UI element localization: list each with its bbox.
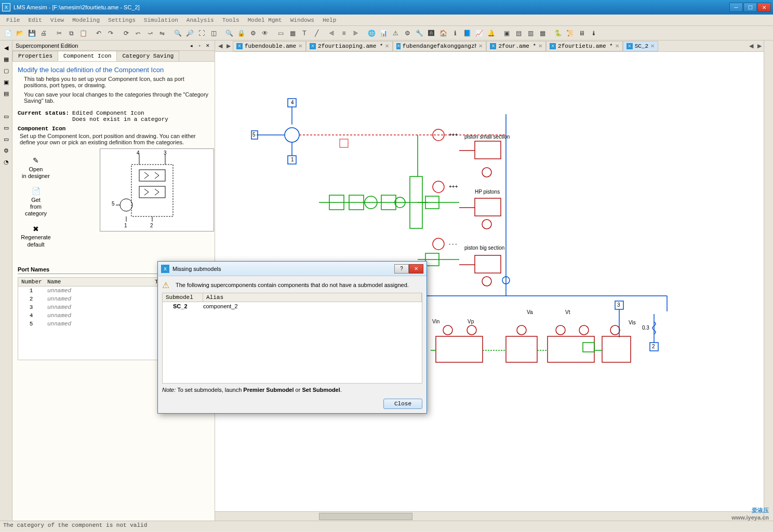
menu-tools[interactable]: Tools [218, 16, 244, 25]
redo-icon[interactable]: ↷ [105, 28, 116, 39]
zoom-in-icon[interactable]: 🔍 [172, 28, 183, 39]
menu-file[interactable]: File [2, 16, 24, 25]
warning-icon[interactable]: ⚠ [390, 28, 401, 39]
panel-tab-component-icon[interactable]: Component Icon [58, 51, 117, 61]
panel-tab-properties[interactable]: Properties [12, 51, 58, 61]
menu-modeling[interactable]: Modeling [68, 16, 104, 25]
chart-icon[interactable]: 📊 [378, 28, 389, 39]
tab-nav-right-icon[interactable]: ▶ [755, 41, 764, 51]
tab-nav-left-icon[interactable]: ◀ [747, 41, 755, 51]
text-icon[interactable]: T [299, 28, 310, 39]
bell-icon[interactable]: 🔔 [485, 28, 497, 39]
search-icon[interactable]: 🔍 [223, 28, 235, 39]
zoom-out-icon[interactable]: 🔎 [184, 28, 195, 39]
dialog-close-btn[interactable]: Close [383, 399, 422, 409]
menu-model-mgmt[interactable]: Model Mgmt [244, 16, 286, 25]
dialog-close-button[interactable]: ✕ [409, 264, 423, 274]
panel-close-icon[interactable]: ✕ [204, 42, 211, 49]
select-icon[interactable]: ▭ [275, 28, 286, 39]
page2-icon[interactable]: ▭ [1, 122, 11, 133]
align-right-icon[interactable]: ⫸ [350, 28, 362, 39]
icon-action-1[interactable]: 📄Getfrom category [18, 184, 54, 220]
maximize-button[interactable]: ☐ [743, 3, 757, 12]
gear2-icon[interactable]: ⚙ [1, 145, 11, 156]
group-icon[interactable]: ▦ [287, 28, 298, 39]
parameters-icon[interactable]: ⚙ [247, 28, 259, 39]
close-button[interactable]: ✕ [757, 3, 771, 12]
menu-help[interactable]: Help [318, 16, 340, 25]
gear-icon[interactable]: ⚙ [402, 28, 413, 39]
align-center-icon[interactable]: ≡ [338, 28, 350, 39]
panel-back-icon[interactable]: ◂ [188, 42, 195, 49]
python-icon[interactable]: 🐍 [552, 28, 564, 39]
page-icon[interactable]: ▭ [1, 111, 11, 121]
temp-icon[interactable]: 🌡 [588, 28, 599, 39]
print-icon[interactable]: 🖨 [38, 28, 49, 39]
refresh-icon[interactable]: ⟳ [121, 28, 132, 39]
tab-scroll-right-icon[interactable]: ▶ [224, 41, 233, 51]
flip-icon[interactable]: ⇋ [156, 28, 168, 39]
icon-action-0[interactable]: ✎Openin designer [18, 154, 54, 182]
icon-action-2[interactable]: ✖Regeneratedefault [18, 222, 54, 251]
doc-tab-0[interactable]: Xfubendouble.ame✕ [233, 41, 306, 51]
menu-windows[interactable]: Windows [286, 16, 318, 25]
watch-icon[interactable]: 👁 [259, 28, 271, 39]
tab-scroll-left-icon[interactable]: ◀ [216, 41, 224, 51]
menu-analysis[interactable]: Analysis [182, 16, 218, 25]
arrow-left-icon[interactable]: ◀ [1, 43, 11, 53]
doc-tab-3[interactable]: X2four.ame *✕ [486, 41, 546, 51]
apps-icon[interactable]: 🅰 [425, 28, 437, 39]
col-submodel[interactable]: Submodel [163, 293, 203, 302]
menu-simulation[interactable]: Simulation [140, 16, 182, 25]
tool-d-icon[interactable]: ▦ [537, 28, 548, 39]
right-scrollbar[interactable] [764, 40, 773, 521]
col-name[interactable]: Name [44, 278, 152, 286]
paste-icon[interactable]: 📋 [77, 28, 89, 39]
zoom-fit-icon[interactable]: ⛶ [196, 28, 207, 39]
rotate-left-icon[interactable]: ⤺ [132, 28, 144, 39]
tool-a-icon[interactable]: ▣ [501, 28, 512, 39]
doc-tab-close-icon[interactable]: ✕ [615, 43, 619, 49]
filter-icon[interactable]: ▦ [1, 54, 11, 64]
doc-tab-1[interactable]: X2fourtiaoping.ame *✕ [306, 41, 393, 51]
doc-tab-2[interactable]: Xfubendangefakonggangzhengxian.ame *✕ [393, 41, 486, 51]
cut-icon[interactable]: ✂ [54, 28, 65, 39]
tool-b-icon[interactable]: ▤ [513, 28, 524, 39]
doc-tab-5[interactable]: XSC_2✕ [623, 41, 658, 51]
dialog-row[interactable]: SC_2component_2 [163, 302, 422, 310]
doc-tab-close-icon[interactable]: ✕ [385, 43, 389, 49]
zoom-region-icon[interactable]: ◫ [208, 28, 219, 39]
col-number[interactable]: Number [18, 278, 44, 286]
doc-tab-close-icon[interactable]: ✕ [650, 43, 655, 49]
monitor-icon[interactable]: 🖥 [576, 28, 588, 39]
menu-view[interactable]: View [46, 16, 68, 25]
copy-icon[interactable]: ⧉ [65, 28, 77, 39]
blue-block-icon[interactable]: ▣ [1, 77, 11, 87]
col-alias[interactable]: Alias [203, 293, 422, 302]
green-block-icon[interactable]: ▢ [1, 65, 11, 76]
new-icon[interactable]: 📄 [2, 28, 14, 39]
menu-settings[interactable]: Settings [104, 16, 140, 25]
info-icon[interactable]: ℹ [449, 28, 461, 39]
panel-float-icon[interactable]: ▫ [196, 42, 203, 49]
open-icon[interactable]: 📂 [14, 28, 25, 39]
doc-tab-close-icon[interactable]: ✕ [538, 43, 542, 49]
book-icon[interactable]: 📘 [461, 28, 473, 39]
save-icon[interactable]: 💾 [26, 28, 37, 39]
page3-icon[interactable]: ▭ [1, 134, 11, 144]
chart3-icon[interactable]: ◔ [1, 157, 11, 167]
dialog-help-button[interactable]: ? [394, 264, 409, 274]
panel-tab-category-saving[interactable]: Category Saving [116, 51, 179, 61]
chart2-icon[interactable]: 📈 [473, 28, 485, 39]
red-block-icon[interactable]: ▤ [1, 88, 11, 99]
horizontal-scrollbar[interactable] [215, 511, 764, 521]
minimize-button[interactable]: ─ [729, 3, 743, 12]
doc-tab-close-icon[interactable]: ✕ [298, 43, 302, 49]
lock-icon[interactable]: 🔒 [235, 28, 247, 39]
undo-icon[interactable]: ↶ [93, 28, 104, 39]
rotate-right-icon[interactable]: ⤻ [144, 28, 156, 39]
home-icon[interactable]: 🏠 [437, 28, 449, 39]
tool-c-icon[interactable]: ▥ [525, 28, 536, 39]
menu-edit[interactable]: Edit [24, 16, 46, 25]
doc-tab-close-icon[interactable]: ✕ [478, 43, 483, 49]
